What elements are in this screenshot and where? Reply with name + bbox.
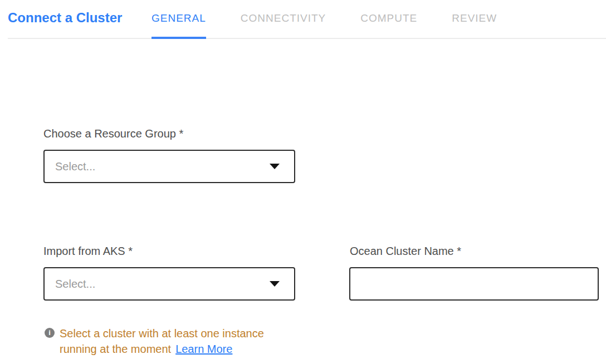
dropdown-caret-icon <box>270 164 280 169</box>
import-aks-placeholder: Select... <box>55 278 95 291</box>
resource-group-select[interactable]: Select... <box>43 150 295 183</box>
tab-review[interactable]: REVIEW <box>452 0 497 39</box>
info-note: i Select a cluster with at least one ins… <box>45 326 284 357</box>
page-title: Connect a Cluster <box>8 9 122 26</box>
import-aks-label: Import from AKS * <box>43 244 133 258</box>
tab-general[interactable]: GENERAL <box>152 0 206 39</box>
info-icon: i <box>45 328 55 338</box>
learn-more-link[interactable]: Learn More <box>175 343 232 355</box>
tab-compute[interactable]: COMPUTE <box>360 0 417 39</box>
info-note-message: Select a cluster with at least one insta… <box>60 327 264 355</box>
ocean-cluster-name-label: Ocean Cluster Name * <box>350 244 461 258</box>
wizard-tabs: GENERAL CONNECTIVITY COMPUTE REVIEW <box>152 0 497 39</box>
ocean-cluster-name-input[interactable] <box>349 267 599 301</box>
connect-cluster-page: Connect a Cluster GENERAL CONNECTIVITY C… <box>0 0 606 364</box>
info-note-text: Select a cluster with at least one insta… <box>60 326 284 357</box>
import-aks-select[interactable]: Select... <box>43 267 295 301</box>
resource-group-label: Choose a Resource Group * <box>43 127 183 140</box>
tab-connectivity[interactable]: CONNECTIVITY <box>241 0 326 39</box>
resource-group-placeholder: Select... <box>55 160 95 173</box>
dropdown-caret-icon <box>270 281 280 287</box>
